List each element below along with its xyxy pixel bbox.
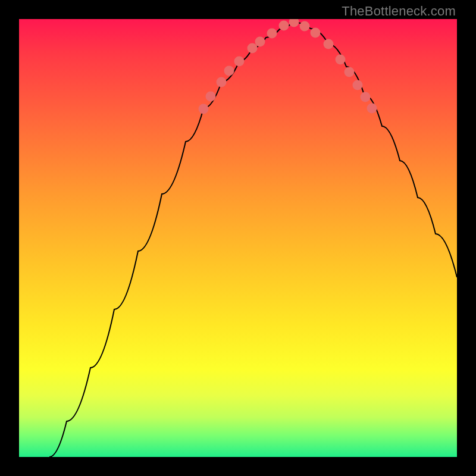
plot-area <box>19 19 457 457</box>
salmon-dot <box>367 104 377 114</box>
left-curve <box>49 22 293 457</box>
salmon-dot <box>336 55 346 65</box>
salmon-dot <box>248 43 258 54</box>
salmon-dot <box>279 21 289 31</box>
salmon-dot-group <box>199 19 377 114</box>
salmon-dot <box>361 92 371 102</box>
salmon-dot <box>353 80 363 90</box>
salmon-dot <box>289 19 299 27</box>
salmon-dot <box>311 28 321 38</box>
salmon-dot <box>324 39 334 49</box>
salmon-dot <box>199 104 209 114</box>
salmon-dot <box>224 66 234 76</box>
outer-frame: TheBottleneck.com <box>0 0 476 476</box>
watermark-text: TheBottleneck.com <box>342 4 456 19</box>
salmon-dot <box>217 77 227 87</box>
salmon-dot <box>267 29 277 39</box>
salmon-dot <box>300 21 310 32</box>
salmon-dot <box>206 92 216 102</box>
curve-layer <box>19 19 457 457</box>
salmon-dot <box>345 67 355 77</box>
salmon-dot <box>255 37 265 47</box>
right-curve <box>293 22 457 277</box>
salmon-dot <box>234 57 245 67</box>
